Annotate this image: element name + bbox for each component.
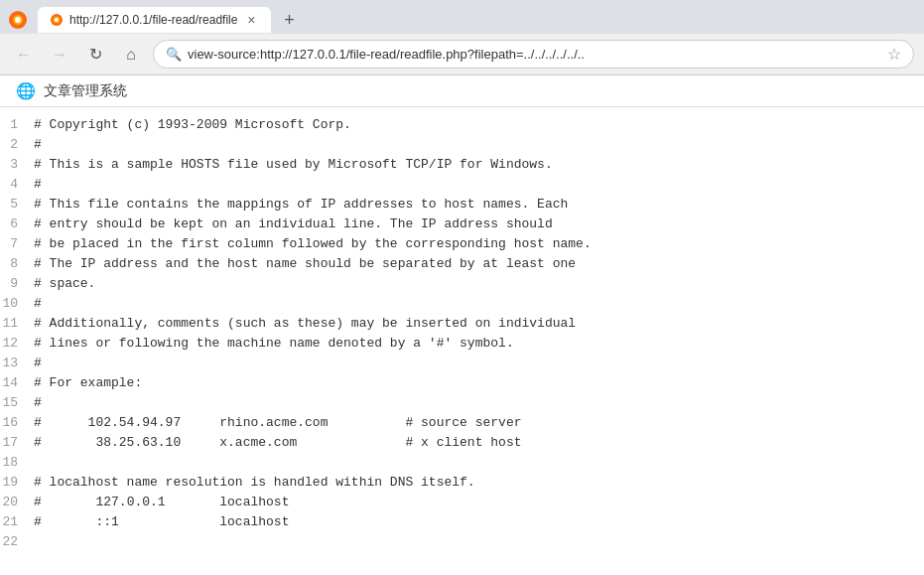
- source-line: 18: [0, 453, 924, 473]
- line-number: 9: [0, 274, 30, 294]
- source-line: 12# lines or following the machine name …: [0, 334, 924, 354]
- tab-title: http://127.0.0.1/file-read/readfile: [69, 13, 237, 27]
- tab-bar: http://127.0.0.1/file-read/readfile × +: [0, 0, 924, 34]
- line-content: # 38.25.63.10 x.acme.com # x client host: [30, 433, 521, 453]
- line-content: # For example:: [30, 373, 142, 393]
- source-line: 8# The IP address and the host name shou…: [0, 254, 924, 274]
- source-line: 9# space.: [0, 274, 924, 294]
- source-line: 10#: [0, 294, 924, 314]
- source-line: 14# For example:: [0, 373, 924, 393]
- line-number: 4: [0, 175, 30, 195]
- line-number: 14: [0, 373, 30, 393]
- back-button[interactable]: ←: [10, 41, 38, 69]
- site-title: 文章管理系统: [44, 82, 127, 100]
- line-number: 13: [0, 354, 30, 373]
- line-content: # space.: [30, 274, 95, 294]
- source-view: 1# Copyright (c) 1993-2009 Microsoft Cor…: [0, 107, 924, 560]
- source-line: 13#: [0, 354, 924, 373]
- line-number: 16: [0, 413, 30, 433]
- line-number: 6: [0, 215, 30, 234]
- line-content: #: [30, 294, 42, 314]
- view-source-icon: 🔍: [166, 47, 182, 62]
- site-header: 🌐 文章管理系统: [0, 75, 924, 107]
- line-number: 10: [0, 294, 30, 314]
- source-line: 5# This file contains the mappings of IP…: [0, 195, 924, 215]
- source-line: 4#: [0, 175, 924, 195]
- line-content: #: [30, 135, 42, 155]
- forward-button[interactable]: →: [46, 41, 73, 69]
- bookmark-star-icon[interactable]: ☆: [887, 45, 901, 64]
- address-bar[interactable]: [188, 47, 881, 62]
- source-line: 19# localhost name resolution is handled…: [0, 473, 924, 493]
- source-line: 11# Additionally, comments (such as thes…: [0, 314, 924, 334]
- reload-button[interactable]: ↻: [81, 41, 109, 69]
- line-content: # localhost name resolution is handled w…: [30, 473, 475, 493]
- line-number: 8: [0, 254, 30, 274]
- line-content: # Copyright (c) 1993-2009 Microsoft Corp…: [30, 115, 351, 135]
- line-number: 2: [0, 135, 30, 155]
- line-content: # entry should be kept on an individual …: [30, 215, 553, 234]
- svg-point-5: [55, 18, 59, 22]
- source-line: 3# This is a sample HOSTS file used by M…: [0, 155, 924, 175]
- source-line: 21# ::1 localhost: [0, 512, 924, 532]
- line-content: # 102.54.94.97 rhino.acme.com # source s…: [30, 413, 521, 433]
- line-number: 20: [0, 493, 30, 512]
- line-number: 15: [0, 393, 30, 413]
- line-number: 21: [0, 512, 30, 532]
- line-number: 22: [0, 532, 30, 552]
- home-button[interactable]: ⌂: [117, 41, 145, 69]
- source-line: 1# Copyright (c) 1993-2009 Microsoft Cor…: [0, 115, 924, 135]
- source-line: 7# be placed in the first column followe…: [0, 234, 924, 254]
- line-content: # 127.0.0.1 localhost: [30, 493, 289, 512]
- line-content: [30, 532, 34, 552]
- address-bar-container: 🔍 ☆: [153, 40, 914, 69]
- line-content: #: [30, 175, 42, 195]
- source-line: 15#: [0, 393, 924, 413]
- line-content: #: [30, 393, 42, 413]
- line-content: [30, 453, 34, 473]
- svg-point-2: [15, 17, 21, 23]
- line-content: # be placed in the first column followed…: [30, 234, 592, 254]
- line-content: # The IP address and the host name shoul…: [30, 254, 576, 274]
- firefox-icon: [8, 10, 28, 30]
- tab-favicon: [50, 13, 64, 27]
- line-number: 19: [0, 473, 30, 493]
- line-number: 11: [0, 314, 30, 334]
- line-content: # ::1 localhost: [30, 512, 289, 532]
- line-number: 18: [0, 453, 30, 473]
- line-content: # This file contains the mappings of IP …: [30, 195, 568, 215]
- nav-bar: ← → ↻ ⌂ 🔍 ☆: [0, 34, 924, 74]
- line-content: #: [30, 354, 42, 373]
- source-line: 6# entry should be kept on an individual…: [0, 215, 924, 234]
- line-number: 3: [0, 155, 30, 175]
- active-tab[interactable]: http://127.0.0.1/file-read/readfile ×: [38, 7, 271, 33]
- line-number: 7: [0, 234, 30, 254]
- tab-close-button[interactable]: ×: [243, 12, 259, 28]
- globe-icon: 🌐: [16, 81, 36, 100]
- line-content: # lines or following the machine name de…: [30, 334, 514, 354]
- line-number: 5: [0, 195, 30, 215]
- source-line: 22: [0, 532, 924, 552]
- line-number: 17: [0, 433, 30, 453]
- line-number: 12: [0, 334, 30, 354]
- source-line: 2#: [0, 135, 924, 155]
- line-content: # This is a sample HOSTS file used by Mi…: [30, 155, 553, 175]
- line-number: 1: [0, 115, 30, 135]
- source-line: 16# 102.54.94.97 rhino.acme.com # source…: [0, 413, 924, 433]
- source-line: 17# 38.25.63.10 x.acme.com # x client ho…: [0, 433, 924, 453]
- new-tab-button[interactable]: +: [275, 6, 303, 34]
- source-line: 20# 127.0.0.1 localhost: [0, 493, 924, 512]
- browser-chrome: http://127.0.0.1/file-read/readfile × + …: [0, 0, 924, 75]
- line-content: # Additionally, comments (such as these)…: [30, 314, 576, 334]
